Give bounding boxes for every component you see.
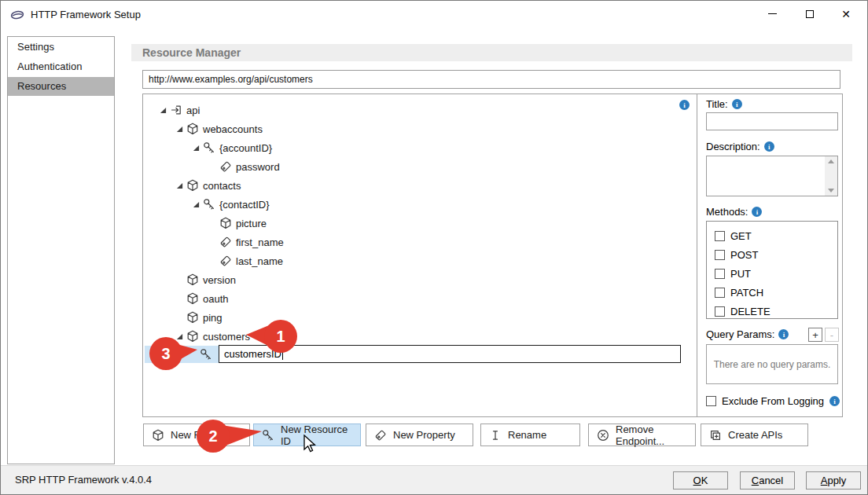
- tree-node-label: ping: [203, 312, 223, 324]
- query-params-label-text: Query Params:: [706, 328, 774, 340]
- maximize-button[interactable]: [792, 1, 828, 27]
- method-label: PATCH: [730, 287, 763, 299]
- get-checkbox[interactable]: [715, 231, 725, 241]
- status-text: SRP HTTP Framework v.4.0.4: [15, 474, 152, 486]
- resource-id-icon: [203, 141, 215, 154]
- tree-node-first-name[interactable]: first_name: [143, 233, 695, 251]
- property-icon: [219, 236, 232, 248]
- footer-bar: SRP HTTP Framework v.4.0.4 OK Cancel App…: [1, 465, 867, 494]
- tree-node-last-name[interactable]: last_name: [143, 251, 695, 270]
- resource-icon: [152, 429, 164, 442]
- patch-checkbox[interactable]: [715, 288, 725, 298]
- rename-button[interactable]: Rename: [480, 424, 580, 446]
- button-label: Remove Endpoint...: [616, 424, 695, 447]
- tree-node-label: {contactID}: [219, 199, 270, 211]
- method-row-post: POST: [715, 245, 758, 264]
- rename-icon: [489, 429, 502, 442]
- sidebar: Settings Authentication Resources: [7, 36, 115, 464]
- ok-button[interactable]: OK: [673, 471, 728, 490]
- resource-manager-panel: api webaccounts {accountID} password: [142, 94, 843, 417]
- scrollbar[interactable]: [825, 156, 837, 196]
- create-apis-button[interactable]: Create APIs: [701, 424, 808, 446]
- tree-node-contacts[interactable]: contacts: [143, 176, 695, 195]
- expander-icon[interactable]: [176, 182, 183, 189]
- endpoint-icon: [170, 104, 182, 116]
- add-query-param-button[interactable]: +: [808, 328, 822, 342]
- method-label: POST: [730, 249, 758, 261]
- exclude-info-icon[interactable]: i: [829, 396, 840, 406]
- put-checkbox[interactable]: [715, 269, 725, 279]
- description-info-icon[interactable]: i: [764, 141, 774, 152]
- cancel-button[interactable]: Cancel: [740, 471, 795, 490]
- svg-text:3: 3: [161, 345, 170, 362]
- minimize-icon: [768, 13, 777, 14]
- tree-info-icon[interactable]: i: [679, 100, 690, 110]
- methods-info-icon[interactable]: i: [752, 207, 762, 217]
- tree-node-label: {accountID}: [219, 142, 272, 154]
- close-button[interactable]: ✕: [828, 1, 864, 27]
- resource-icon: [186, 292, 199, 305]
- new-property-button[interactable]: New Property: [366, 424, 473, 446]
- expander-icon[interactable]: [160, 107, 167, 114]
- post-checkbox[interactable]: [715, 250, 725, 260]
- resource-icon: [186, 273, 199, 286]
- scroll-down-icon[interactable]: [828, 189, 834, 192]
- sidebar-item-authentication[interactable]: Authentication: [8, 57, 114, 76]
- sidebar-item-resources[interactable]: Resources: [8, 77, 114, 96]
- query-params-empty-text: There are no query params.: [714, 359, 831, 370]
- remove-endpoint-button[interactable]: Remove Endpoint...: [588, 424, 696, 446]
- sidebar-item-label: Authentication: [17, 60, 82, 72]
- expander-icon[interactable]: [193, 145, 200, 152]
- exclude-from-logging-checkbox[interactable]: [706, 396, 716, 406]
- details-panel: Title: i Description: i Methods: i: [698, 94, 844, 416]
- tree-node-version[interactable]: version: [143, 270, 695, 289]
- method-label: GET: [730, 230, 752, 242]
- title-label: Title: i: [706, 98, 742, 110]
- tree-node-accountid[interactable]: {accountID}: [143, 138, 695, 157]
- title-info-icon[interactable]: i: [732, 99, 742, 109]
- query-params-info-icon[interactable]: i: [778, 329, 789, 339]
- create-apis-icon: [709, 429, 722, 442]
- tree-node-label: oauth: [203, 293, 229, 305]
- maximize-icon: [806, 10, 814, 18]
- tree-node-customers[interactable]: customers: [143, 327, 695, 346]
- tree-node-ping[interactable]: ping: [143, 308, 695, 327]
- description-input[interactable]: [706, 156, 838, 196]
- tree-node-api[interactable]: api: [143, 101, 695, 119]
- query-params-label: Query Params: i: [706, 328, 789, 340]
- tree-node-contactid[interactable]: {contactID}: [143, 195, 695, 214]
- tree-node-picture[interactable]: picture: [143, 214, 695, 233]
- svg-text:2: 2: [208, 427, 217, 445]
- button-label: New Resource ID: [281, 424, 360, 447]
- tree-node-oauth[interactable]: oauth: [143, 289, 695, 308]
- tree-node-label: customers: [203, 331, 250, 343]
- delete-checkbox[interactable]: [715, 306, 725, 317]
- minimize-button[interactable]: [754, 1, 790, 27]
- tree-node-label: last_name: [236, 255, 283, 267]
- title-input[interactable]: [706, 112, 838, 130]
- method-row-get: GET: [715, 226, 752, 245]
- tree-node-label: picture: [236, 218, 267, 229]
- sidebar-item-settings[interactable]: Settings: [8, 38, 114, 57]
- description-label: Description: i: [706, 141, 774, 152]
- resource-id-icon: [203, 198, 215, 211]
- property-icon: [219, 160, 232, 173]
- expander-icon[interactable]: [193, 201, 200, 208]
- expander-icon[interactable]: [176, 126, 183, 133]
- scroll-up-icon[interactable]: [828, 160, 834, 163]
- button-label: Rename: [508, 429, 546, 441]
- close-icon: ✕: [841, 9, 851, 20]
- exclude-from-logging-row: Exclude From Logging i: [706, 395, 840, 407]
- resource-icon: [186, 311, 199, 324]
- svg-text:1: 1: [276, 328, 285, 345]
- apply-button[interactable]: Apply: [806, 471, 861, 490]
- tree-node-webaccounts[interactable]: webaccounts: [143, 119, 695, 138]
- resource-icon: [186, 123, 199, 135]
- sidebar-item-label: Settings: [17, 41, 54, 53]
- callout-badge-2: 2: [193, 417, 263, 455]
- property-icon: [374, 429, 387, 442]
- button-label: New Property: [393, 429, 455, 441]
- endpoint-url-field[interactable]: http://www.examples.org/api/customers: [142, 70, 840, 89]
- remove-query-param-button[interactable]: -: [825, 328, 839, 342]
- tree-node-password[interactable]: password: [143, 157, 695, 176]
